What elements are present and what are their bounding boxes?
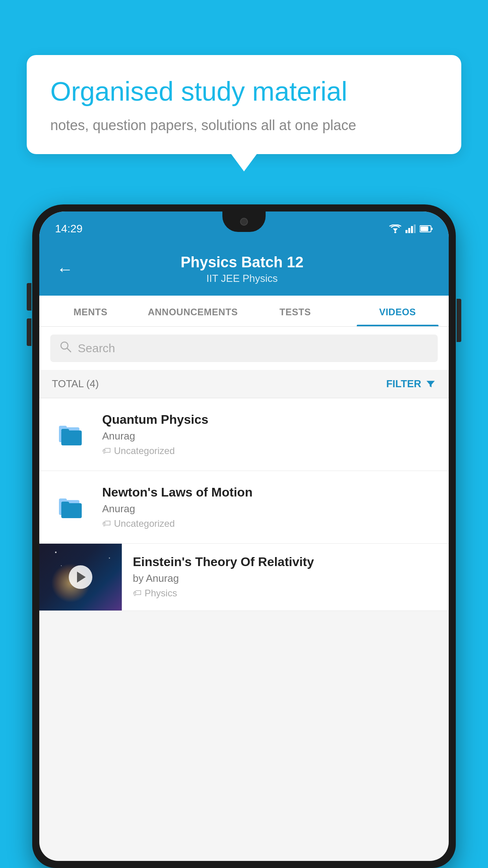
bubble-title: Organised study material [50,75,438,108]
video-tag-2: 🏷 Uncategorized [102,518,436,529]
bubble-subtitle: notes, question papers, solutions all at… [50,117,438,134]
phone-frame: 14:29 [32,204,456,868]
folder-icon [56,419,87,450]
filter-bar: TOTAL (4) FILTER [39,370,449,398]
folder-thumb-1 [52,415,91,454]
speech-bubble-card: Organised study material notes, question… [27,55,461,154]
battery-icon [420,225,433,233]
video-author-1: Anurag [102,430,436,442]
svg-rect-3 [408,228,410,233]
video-title-1: Quantum Physics [102,412,436,427]
search-icon [60,341,72,356]
list-item[interactable]: Einstein's Theory Of Relativity by Anura… [39,544,449,611]
video-list: Quantum Physics Anurag 🏷 Uncategorized [39,398,449,611]
power-button [457,299,461,342]
play-triangle-icon [77,572,86,583]
video-thumbnail-3 [39,544,122,611]
list-item[interactable]: Quantum Physics Anurag 🏷 Uncategorized [39,398,449,471]
svg-rect-4 [411,226,413,233]
tabs-bar: MENTS ANNOUNCEMENTS TESTS VIDEOS [39,296,449,327]
svg-marker-0 [393,228,398,232]
video-info-1: Quantum Physics Anurag 🏷 Uncategorized [102,412,436,456]
app-header: ← Physics Batch 12 IIT JEE Physics [39,246,449,296]
video-author-3: by Anurag [133,572,436,585]
svg-rect-7 [420,226,428,231]
video-title-3: Einstein's Theory Of Relativity [133,555,436,569]
header-title: Physics Batch 12 [84,254,400,271]
folder-thumb-2 [52,487,91,527]
phone-screen: 14:29 [39,211,449,861]
notch [222,211,266,232]
svg-point-1 [394,232,396,234]
tag-icon-2: 🏷 [102,519,111,529]
video-info-3: Einstein's Theory Of Relativity by Anura… [122,544,436,610]
tab-tests[interactable]: TESTS [244,296,347,326]
status-icons [389,224,433,233]
volume-down-button [27,318,31,346]
folder-icon [56,491,87,523]
svg-rect-13 [61,430,82,445]
back-button[interactable]: ← [55,258,75,280]
svg-rect-5 [414,224,416,233]
search-section: Search [39,327,449,370]
tag-icon-1: 🏷 [102,446,111,456]
video-tag-1: 🏷 Uncategorized [102,445,436,456]
status-time: 14:29 [55,223,83,235]
filter-icon [425,379,436,390]
tag-icon-3: 🏷 [133,588,141,598]
tab-announcements[interactable]: ANNOUNCEMENTS [142,296,244,326]
tab-ments[interactable]: MENTS [39,296,142,326]
filter-button[interactable]: FILTER [386,378,436,390]
list-item[interactable]: Newton's Laws of Motion Anurag 🏷 Uncateg… [39,471,449,544]
total-count: TOTAL (4) [52,378,99,390]
svg-rect-12 [59,426,67,429]
search-bar[interactable]: Search [50,335,438,362]
svg-rect-17 [61,503,82,518]
header-tags: IIT JEE Physics [84,272,400,285]
svg-rect-2 [405,230,407,233]
svg-rect-8 [431,228,433,230]
video-info-2: Newton's Laws of Motion Anurag 🏷 Uncateg… [102,485,436,529]
wifi-icon [389,224,402,233]
svg-line-10 [67,348,71,352]
svg-rect-16 [59,498,67,502]
volume-up-button [27,283,31,311]
tab-videos[interactable]: VIDEOS [347,296,449,326]
play-button-3[interactable] [69,565,92,589]
video-title-2: Newton's Laws of Motion [102,485,436,500]
status-bar: 14:29 [39,211,449,246]
video-tag-3: 🏷 Physics [133,588,436,599]
video-author-2: Anurag [102,503,436,515]
signal-icon [405,224,416,233]
header-center: Physics Batch 12 IIT JEE Physics [84,254,400,285]
camera-dot [240,218,248,226]
search-placeholder: Search [78,342,115,355]
svg-rect-14 [61,429,69,432]
svg-rect-18 [61,502,69,505]
